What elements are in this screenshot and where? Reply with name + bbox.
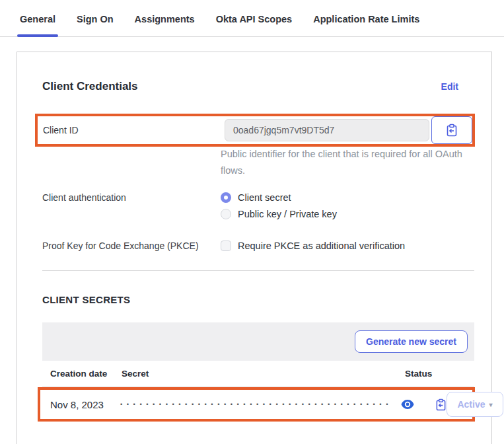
copy-secret-button[interactable] <box>435 398 447 411</box>
secret-creation-date: Nov 8, 2023 <box>40 399 120 410</box>
pkce-checkbox-option[interactable]: Require PKCE as additional verification <box>221 240 405 251</box>
client-credentials-header: Client Credentials Edit <box>42 80 458 93</box>
secrets-toolbar: Generate new secret <box>42 322 474 361</box>
client-authentication-label: Client authentication <box>42 192 221 219</box>
clipboard-icon <box>435 398 447 411</box>
secret-row-highlight: Nov 8, 2023 ••••••••••••••••••••••••••••… <box>38 387 475 422</box>
radio-client-secret-label: Client secret <box>238 192 291 203</box>
secret-status-dropdown[interactable]: Active ▾ <box>447 392 503 417</box>
tab-bar: General Sign On Assignments Okta API Sco… <box>0 0 504 37</box>
radio-unselected-icon[interactable] <box>221 209 231 219</box>
chevron-down-icon: ▾ <box>489 401 492 408</box>
radio-selected-icon[interactable] <box>221 192 231 203</box>
client-authentication-row: Client authentication Client secret Publ… <box>42 192 474 219</box>
column-creation-date: Creation date <box>42 369 122 379</box>
radio-public-private-key[interactable]: Public key / Private key <box>221 209 337 219</box>
copy-client-id-button[interactable] <box>431 116 472 144</box>
client-id-label: Client ID <box>38 125 225 135</box>
checkbox-unchecked-icon[interactable] <box>221 240 231 251</box>
tab-sign-on[interactable]: Sign On <box>77 14 114 36</box>
status-label: Active <box>457 399 485 410</box>
pkce-label: Proof Key for Code Exchange (PKCE) <box>42 240 221 251</box>
section-title: Client Credentials <box>42 80 138 93</box>
generate-new-secret-button[interactable]: Generate new secret <box>355 330 468 353</box>
radio-public-private-key-label: Public key / Private key <box>238 209 337 219</box>
pkce-row: Proof Key for Code Exchange (PKCE) Requi… <box>42 240 474 251</box>
eye-icon <box>401 400 414 409</box>
column-secret: Secret <box>122 369 405 379</box>
pkce-option-label: Require PKCE as additional verification <box>238 240 405 251</box>
client-id-field[interactable]: 0oad67jgq5m7vt9DT5d7 <box>225 119 429 141</box>
tab-general[interactable]: General <box>20 14 55 36</box>
edit-link[interactable]: Edit <box>441 81 458 92</box>
section-divider <box>42 270 474 271</box>
tab-application-rate-limits[interactable]: Application Rate Limits <box>313 14 419 36</box>
client-id-highlight: Client ID 0oad67jgq5m7vt9DT5d7 <box>35 114 475 147</box>
client-secrets-title: CLIENT SECRETS <box>42 294 130 305</box>
clipboard-icon <box>446 124 458 137</box>
reveal-secret-button[interactable] <box>401 400 414 409</box>
secret-cell: ••••••••••••••••••••••••••••••••••••••••… <box>120 398 447 411</box>
client-id-help-text: Public identifier for the client that is… <box>221 146 472 179</box>
client-secrets-panel: Generate new secret Creation date Secret… <box>42 322 474 387</box>
tab-assignments[interactable]: Assignments <box>135 14 195 36</box>
masked-secret-value: ••••••••••••••••••••••••••••••••••••••••… <box>120 401 392 408</box>
column-status: Status <box>405 369 474 379</box>
tab-okta-api-scopes[interactable]: Okta API Scopes <box>216 14 293 36</box>
secrets-table-header: Creation date Secret Status <box>42 361 474 387</box>
radio-client-secret[interactable]: Client secret <box>221 192 337 203</box>
general-settings-card: Client Credentials Edit Client ID 0oad67… <box>17 52 492 444</box>
